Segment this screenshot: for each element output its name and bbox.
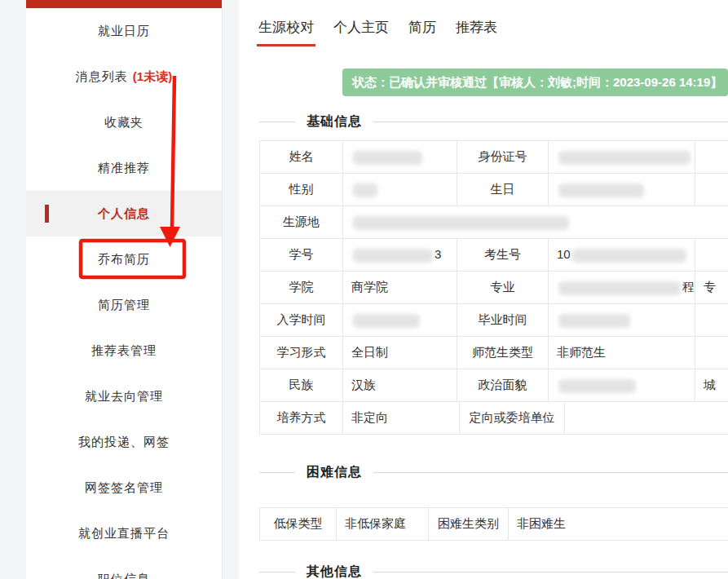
redacted-value [353,314,420,328]
table-row: 生源地 [260,206,728,239]
table-row: 学院 商学院 专业 程 专 [260,272,728,304]
sidebar-item-resume-management[interactable]: 简历管理 [26,282,222,328]
sidebar-top-accent-bar [26,0,222,8]
main-content: 生源校对 个人主页 简历 推荐表 状态：已确认并审核通过【审核人：刘敏;时间：2… [239,0,728,579]
status-banner: 状态：已确认并审核通过【审核人：刘敏;时间：2023-09-26 14:19】 [342,69,728,96]
basic-info-table: 姓名 身份证号 性别 生日 生源地 学号 3 考生号 10 [259,140,728,435]
tab-personal-homepage[interactable]: 个人主页 [333,18,389,46]
sidebar-item-precise-recommendation[interactable]: 精准推荐 [26,145,222,191]
redacted-value [353,249,433,263]
section-header-basic-info: 基础信息 [259,113,728,130]
table-row: 性别 生日 [260,174,728,206]
redacted-value [558,151,690,165]
table-row: 民族 汉族 政治面貌 城 [260,369,728,402]
table-row: 学号 3 考生号 10 [260,239,728,272]
sidebar: 就业日历 消息列表(1未读) 收藏夹 精准推荐 个人信息 乔布简历 简历管理 推… [26,0,223,579]
difficulty-info-table: 低保类型 非低保家庭 困难生类别 非困难生 [259,507,728,541]
sidebar-item-live-platform[interactable]: 就创业直播平台 [26,510,222,556]
sidebar-item-employment-destination[interactable]: 就业去向管理 [26,373,222,419]
redacted-value [558,183,644,197]
section-header-other-info: 其他信息 [259,563,728,579]
tab-resume[interactable]: 简历 [408,18,436,46]
difficulty-info-table-wrapper: 低保类型 非低保家庭 困难生类别 非困难生 [259,507,728,541]
redacted-value [353,216,569,230]
table-row: 入学时间 毕业时间 [260,304,728,337]
sidebar-item-job-info[interactable]: 职位信息 [26,556,222,579]
tab-recommendation-form[interactable]: 推荐表 [456,18,497,46]
redacted-value [558,314,630,328]
tab-origin-check[interactable]: 生源校对 [258,18,314,46]
redacted-value [353,151,422,165]
table-row: 姓名 身份证号 [260,141,728,174]
active-indicator-bar [45,205,49,223]
sidebar-item-qiaobu-resume[interactable]: 乔布简历 [26,236,222,282]
sidebar-item-recommendation-form-management[interactable]: 推荐表管理 [26,328,222,373]
table-row: 低保类型 非低保家庭 困难生类别 非困难生 [260,508,728,541]
sidebar-item-favorites[interactable]: 收藏夹 [26,99,222,145]
section-title: 其他信息 [307,564,362,579]
redacted-value [558,379,636,393]
section-title: 困难信息 [307,464,362,481]
unread-badge: (1未读) [133,69,172,85]
page-left-gutter [0,0,26,579]
sidebar-item-employment-calendar[interactable]: 就业日历 [26,8,222,54]
tab-bar: 生源校对 个人主页 简历 推荐表 [258,18,497,46]
basic-info-table-wrapper: 姓名 身份证号 性别 生日 生源地 学号 3 考生号 10 [259,140,728,439]
sidebar-item-message-list[interactable]: 消息列表(1未读) [26,54,222,99]
section-title: 基础信息 [307,113,362,130]
redacted-value [353,183,377,197]
table-row: 学习形式 全日制 师范生类型 非师范生 [260,337,728,369]
table-row: 培养方式 非定向 定向或委培单位 [260,402,728,435]
section-header-difficulty-info: 困难信息 [259,463,728,481]
sidebar-item-personal-info[interactable]: 个人信息 [26,191,222,236]
sidebar-item-my-applications[interactable]: 我的投递、网签 [26,419,222,465]
redacted-value [558,281,681,295]
sidebar-item-signature-management[interactable]: 网签签名管理 [26,465,222,510]
redacted-value [572,249,686,263]
